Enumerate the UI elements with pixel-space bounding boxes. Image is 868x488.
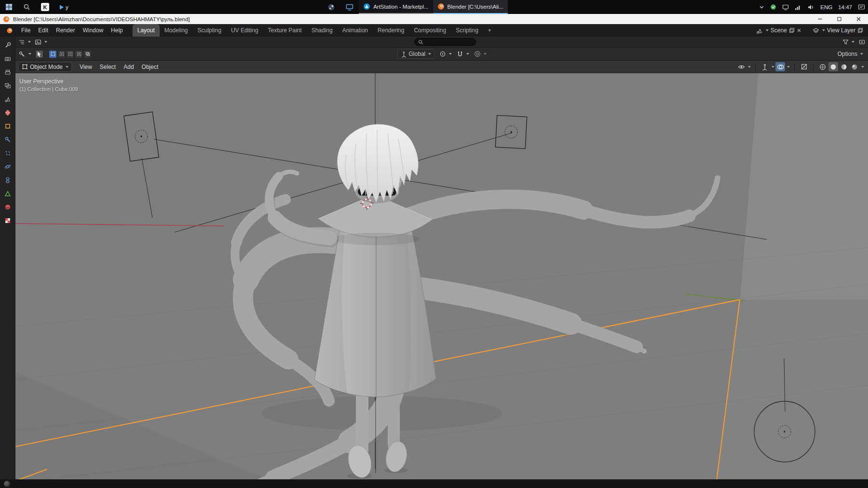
menu-render[interactable]: Render [52,25,79,36]
shading-rendered-icon [851,64,858,70]
viewport-menu-select[interactable]: Select [96,62,120,72]
tab-object[interactable] [2,121,14,131]
options-dropdown[interactable]: Options [838,51,863,57]
view-layer-selector[interactable]: View Layer [813,27,863,34]
tray-clock[interactable]: 14:47 [835,0,855,14]
scene-selector[interactable]: Scene [756,27,801,34]
object-mode-dropdown[interactable]: Object Mode [18,62,72,72]
object-mode-icon [22,64,28,70]
shading-rendered-button[interactable] [850,62,859,71]
add-workspace-label: + [488,27,491,34]
tab-object-data[interactable] [2,189,14,198]
show-gizmo-button[interactable] [760,62,770,71]
new-view-layer-icon[interactable] [857,27,863,33]
tab-uv-editing[interactable]: UV Editing [226,24,263,37]
menu-help[interactable]: Help [107,25,127,36]
shading-solid-button[interactable] [828,62,838,71]
close-button[interactable] [849,14,868,24]
tab-sculpting[interactable]: Sculpting [193,24,226,37]
shading-material-button[interactable] [839,62,849,71]
tab-render[interactable] [2,54,14,64]
3d-viewport[interactable]: User Perspective (1) Collection | Cube.0… [15,73,868,479]
taskbar-app-artstation[interactable]: ArtStation - Marketpl... [359,0,433,14]
viewport-menu-view[interactable]: View [76,62,96,72]
toggle-xray-button[interactable] [799,62,809,71]
tab-physics[interactable] [2,162,14,171]
tray-network-button[interactable] [792,0,804,14]
outliner-display-mode-button[interactable] [35,39,47,45]
select-tool-button[interactable] [35,50,43,58]
tab-animation[interactable]: Animation [338,24,373,37]
xray-icon [801,64,807,70]
tab-texture-paint[interactable]: Texture Paint [263,24,307,37]
taskbar-search-button[interactable] [18,0,36,14]
tab-tool[interactable] [2,40,14,50]
notification-center-button[interactable] [855,0,868,14]
outliner-editor-type-button[interactable] [18,39,31,45]
outliner-search-input[interactable] [414,38,476,46]
tab-world[interactable] [2,108,14,118]
tool-editor-type-button[interactable] [18,51,31,57]
select-mode-subtract-button[interactable] [66,50,74,58]
show-overlays-button[interactable] [775,62,785,71]
minimize-icon [817,16,823,22]
tab-modeling-label: Modeling [164,27,188,34]
shading-wireframe-button[interactable] [818,62,827,71]
new-collection-icon[interactable] [859,39,865,45]
steam-app-button[interactable] [322,0,340,14]
tray-language-indicator[interactable]: ENG [817,0,835,14]
workspace-tabs: Layout Modeling Sculpting UV Editing Tex… [133,24,496,37]
tray-volume-button[interactable] [804,0,817,14]
viewport-menu-add[interactable]: Add [120,62,137,72]
tab-particles[interactable] [2,148,14,158]
menu-edit[interactable]: Edit [34,25,52,36]
display-app-button[interactable] [340,0,359,14]
snapping-dropdown[interactable] [457,51,469,57]
transform-orientation-dropdown[interactable]: Global [397,49,435,59]
object-menu-label: Object [142,64,159,70]
minimize-button[interactable] [810,14,829,24]
tab-material[interactable] [2,202,14,212]
outliner-filter-button[interactable] [842,39,865,45]
tab-shading[interactable]: Shading [307,24,338,37]
tab-scene[interactable] [2,94,14,104]
taskbar-app-blender[interactable]: Blender [C:\Users\Ali... [433,0,508,14]
tab-layout[interactable]: Layout [133,24,160,37]
pivot-point-dropdown[interactable] [439,51,452,57]
blender-app-menu[interactable] [2,26,17,36]
tab-constraints[interactable] [2,175,14,185]
proportional-edit-dropdown[interactable] [474,51,487,57]
add-workspace-button[interactable]: + [483,24,496,37]
tab-modeling[interactable]: Modeling [160,24,193,37]
select-mode-group [49,50,92,58]
viewport-canvas[interactable] [15,73,868,479]
tab-texture[interactable] [2,216,14,225]
select-mode-new-button[interactable] [49,50,57,58]
select-mode-intersect-button[interactable] [83,50,92,58]
tab-view-layer[interactable] [2,81,14,91]
tray-display-button[interactable] [779,0,792,14]
menu-file-label: File [21,27,30,34]
new-scene-icon[interactable] [789,27,795,33]
tab-scripting-label: Scripting [456,27,478,34]
menu-window[interactable]: Window [79,25,107,36]
tab-rendering[interactable]: Rendering [373,24,409,37]
tab-output[interactable] [2,67,14,77]
maximize-button[interactable] [829,14,849,24]
tab-modifiers[interactable] [2,135,14,145]
pinned-app-k[interactable]: K [36,0,54,14]
viewport-menu-object[interactable]: Object [138,62,163,72]
unlink-scene-icon[interactable] [797,28,801,33]
tab-scripting[interactable]: Scripting [451,24,483,37]
menu-file[interactable]: File [17,25,34,36]
tray-expand-button[interactable] [756,0,767,14]
window-titlebar[interactable]: Blender [C:\Users\Alimzhan\Documents\VID… [0,14,868,24]
tray-antivirus-button[interactable] [767,0,779,14]
object-type-visibility-button[interactable] [736,62,746,71]
tab-compositing[interactable]: Compositing [409,24,451,37]
pinned-app-y[interactable]: y [54,0,74,14]
start-button[interactable] [0,0,18,14]
select-mode-invert-button[interactable] [75,50,83,58]
shading-solid-icon [830,64,837,70]
select-mode-extend-button[interactable] [57,50,66,58]
